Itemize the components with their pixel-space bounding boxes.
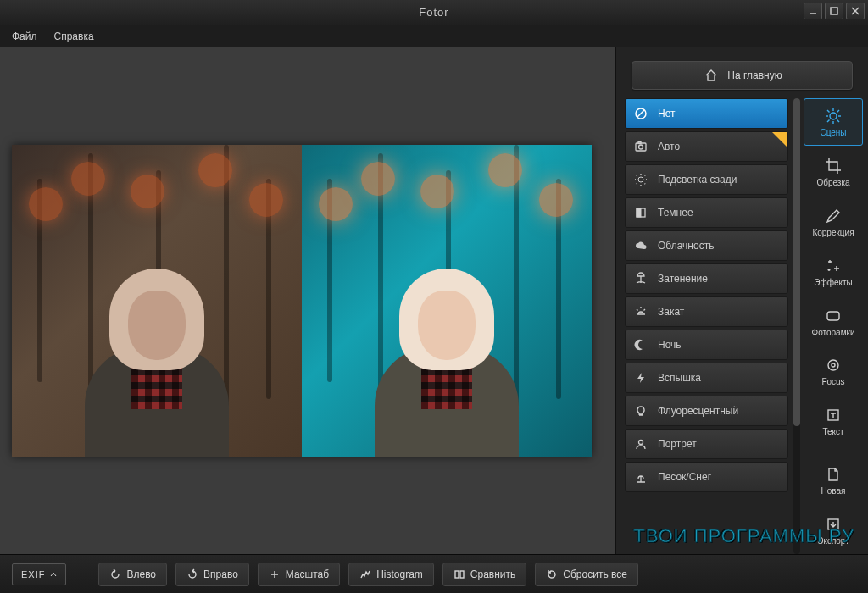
home-label: На главную: [727, 69, 782, 81]
reset-icon: [546, 568, 558, 580]
scene-label: Нет: [658, 108, 675, 119]
bottom-toolbar: EXIF Влево Вправо Масштаб Histogram Срав…: [0, 554, 868, 593]
tab-new[interactable]: Новая: [804, 457, 863, 504]
scene-item-auto[interactable]: Авто: [625, 131, 788, 162]
svg-point-13: [830, 113, 837, 119]
tab-focus[interactable]: Focus: [804, 347, 863, 395]
night-icon: [632, 336, 649, 353]
scene-label: Темнее: [658, 207, 693, 219]
chevron-up-icon: [50, 571, 57, 578]
darker-icon: [632, 204, 649, 221]
scene-item-none[interactable]: Нет: [625, 98, 788, 129]
window-title: Fotor: [0, 6, 868, 19]
scene-item-flash[interactable]: Вспышка: [625, 363, 788, 393]
scene-item-fluorescent[interactable]: Флуоресцентный: [625, 396, 788, 426]
cloudy-icon: [632, 237, 649, 254]
sparkle-icon: [824, 257, 843, 275]
svg-line-20: [827, 119, 830, 122]
svg-rect-27: [455, 571, 459, 578]
minimize-button[interactable]: [804, 3, 822, 19]
focus-icon: [824, 356, 843, 374]
scene-list[interactable]: НетАвтоПодсветка сзадиТемнееОблачностьЗа…: [625, 98, 792, 554]
menu-file[interactable]: Файл: [12, 30, 37, 42]
shade-icon: [632, 270, 649, 287]
svg-line-21: [837, 110, 840, 113]
scene-item-cloudy[interactable]: Облачность: [625, 230, 788, 261]
rotate-right-button[interactable]: Вправо: [175, 563, 249, 586]
tab-frames[interactable]: Фоторамки: [804, 298, 863, 346]
premium-badge: [772, 132, 787, 147]
right-panel: На главную НетАвтоПодсветка сзадиТемнееО…: [615, 47, 868, 554]
close-button[interactable]: [846, 3, 865, 19]
exif-label: EXIF: [21, 569, 45, 579]
svg-point-9: [638, 177, 643, 182]
tab-label: Обрезка: [816, 178, 849, 187]
rotate-left-icon: [109, 568, 121, 580]
tab-label: Коррекция: [812, 228, 854, 237]
watermark-text: ТВОИ ПРОГРАММЫ РУ: [633, 525, 854, 547]
exif-button[interactable]: EXIF: [12, 563, 66, 585]
maximize-button[interactable]: [825, 3, 843, 19]
btn-label: Сбросить все: [563, 568, 627, 580]
histogram-button[interactable]: Histogram: [348, 563, 434, 586]
frame-icon: [824, 307, 843, 325]
zoom-button[interactable]: Масштаб: [258, 563, 340, 586]
scene-label: Облачность: [658, 240, 714, 252]
rotate-left-button[interactable]: Влево: [98, 563, 167, 586]
scene-label: Вспышка: [658, 372, 701, 384]
tab-crop[interactable]: Обрезка: [804, 148, 863, 196]
backlight-icon: [632, 171, 649, 188]
scene-label: Песок/Снег: [658, 471, 711, 483]
sandsnow-icon: [632, 468, 649, 485]
canvas-viewport[interactable]: [0, 47, 615, 554]
tab-adjust[interactable]: Коррекция: [804, 198, 863, 246]
scenes-icon: [824, 107, 843, 125]
compare-button[interactable]: Сравнить: [442, 563, 526, 586]
scene-item-darker[interactable]: Темнее: [625, 197, 788, 228]
compare-icon: [453, 568, 465, 580]
text-icon: [824, 406, 843, 424]
zoom-icon: [269, 568, 281, 580]
svg-rect-1: [831, 8, 837, 14]
svg-point-23: [828, 360, 838, 370]
scene-item-sunset[interactable]: Закат: [625, 296, 788, 327]
btn-label: Histogram: [376, 568, 423, 580]
menu-bar: Файл Справка: [0, 25, 868, 47]
pencil-icon: [824, 207, 843, 225]
scene-item-backlight[interactable]: Подсветка сзади: [625, 164, 788, 195]
tool-tabs: Сцены Обрезка Коррекция Эффекты Фоторамк…: [802, 98, 868, 554]
tab-label: Эффекты: [814, 278, 852, 287]
compare-view: [12, 145, 592, 457]
fluorescent-icon: [632, 402, 649, 419]
scene-label: Авто: [658, 141, 680, 152]
scene-item-portrait[interactable]: Портрет: [625, 429, 788, 459]
tab-label: Фоторамки: [812, 328, 855, 337]
rotate-right-icon: [186, 568, 198, 580]
sunset-icon: [632, 303, 649, 320]
tab-label: Focus: [821, 377, 844, 386]
auto-icon: [632, 138, 649, 155]
tab-effects[interactable]: Эффекты: [804, 248, 863, 296]
svg-rect-22: [827, 312, 839, 320]
tab-scenes[interactable]: Сцены: [804, 98, 863, 146]
home-button[interactable]: На главную: [632, 61, 853, 90]
scene-item-night[interactable]: Ночь: [625, 330, 788, 360]
btn-label: Масштаб: [286, 568, 329, 580]
scene-label: Затенение: [658, 273, 708, 285]
svg-point-12: [639, 441, 643, 445]
scene-item-shade[interactable]: Затенение: [625, 263, 788, 294]
btn-label: Влево: [126, 568, 156, 580]
svg-line-19: [837, 119, 840, 122]
svg-rect-11: [637, 208, 641, 217]
scene-item-sandsnow[interactable]: Песок/Снег: [625, 462, 788, 492]
menu-help[interactable]: Справка: [54, 30, 94, 42]
svg-line-18: [827, 110, 830, 113]
home-icon: [702, 66, 721, 85]
reset-button[interactable]: Сбросить все: [535, 563, 638, 586]
scene-scrollbar[interactable]: [793, 98, 800, 554]
scene-label: Закат: [658, 306, 684, 318]
tab-text[interactable]: Текст: [804, 397, 863, 445]
scrollbar-thumb[interactable]: [793, 98, 800, 426]
svg-line-5: [637, 110, 644, 117]
svg-point-24: [832, 363, 835, 367]
